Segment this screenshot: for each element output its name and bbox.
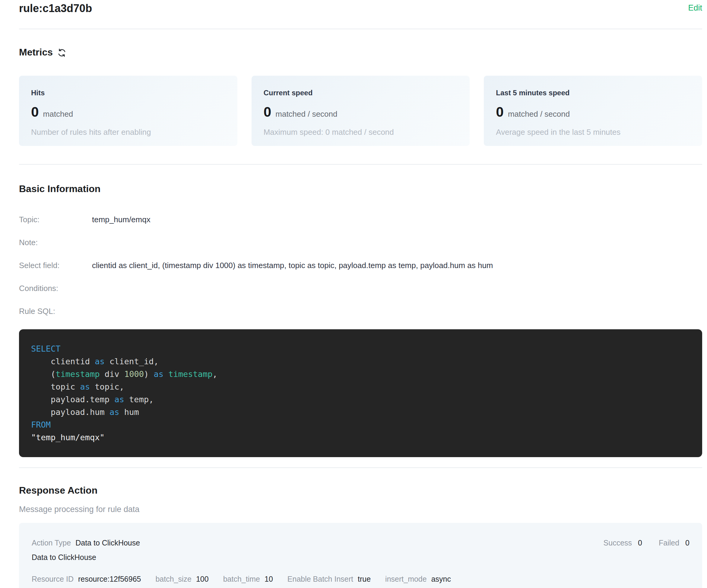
param-label: batch_time xyxy=(223,574,260,584)
response-action-subtitle: Message processing for rule data xyxy=(19,504,702,514)
info-row-select-field: Select field: clientid as client_id, (ti… xyxy=(19,261,702,270)
info-value xyxy=(92,306,702,316)
info-label: Select field: xyxy=(19,261,92,270)
action-type-label: Action Type xyxy=(32,538,71,548)
action-params-row: Resource ID resource:12f56965 batch_size… xyxy=(32,574,689,584)
action-type-value: Data to ClickHouse xyxy=(75,538,140,548)
info-label: Conditions: xyxy=(19,283,92,293)
param-label: SQL Template xyxy=(32,587,79,588)
action-name: Data to ClickHouse xyxy=(32,552,689,562)
info-value xyxy=(92,238,702,247)
sql-line: FROM xyxy=(31,420,51,429)
metric-card-last-5-minutes-speed: Last 5 minutes speed 0 matched / second … xyxy=(484,76,702,146)
metric-unit: matched / second xyxy=(275,106,337,122)
metric-value: 0 xyxy=(31,104,39,120)
success-counter: Success 0 xyxy=(604,538,642,548)
metric-value-row: 0 matched / second xyxy=(264,104,458,122)
param-value: INSERT INTO temp_hum (client_id, timesta… xyxy=(83,587,519,588)
metrics-heading: Metrics xyxy=(19,46,53,58)
response-action-heading: Response Action xyxy=(19,484,702,496)
basic-information-rows: Topic: temp_hum/emqx Note: Select field:… xyxy=(19,215,702,316)
metric-value-row: 0 matched xyxy=(31,104,225,122)
metric-value-row: 0 matched / second xyxy=(496,104,690,122)
param-enable-batch-insert: Enable Batch Insert true xyxy=(288,574,371,584)
metric-card-title: Hits xyxy=(31,88,225,97)
param-label: Resource ID xyxy=(32,574,74,584)
param-label: batch_size xyxy=(155,574,192,584)
param-value: 5000 xyxy=(583,587,600,588)
rule-detail-page: rule:c1a3d70b Edit Metrics Hits 0 matche… xyxy=(0,0,707,588)
action-type-pair: Action Type Data to ClickHouse xyxy=(32,538,140,548)
info-row-topic: Topic: temp_hum/emqx xyxy=(19,215,702,224)
metric-caption: Average speed in the last 5 minutes xyxy=(496,127,690,137)
divider xyxy=(19,29,702,29)
param-value: async xyxy=(431,574,451,584)
info-value xyxy=(92,283,702,293)
metric-value: 0 xyxy=(264,104,271,120)
param-label: Enable Batch Insert xyxy=(288,574,353,584)
sql-line: (timestamp div 1000) as timestamp, xyxy=(31,369,217,379)
param-sql-template: SQL Template INSERT INTO temp_hum (clien… xyxy=(32,587,519,588)
metric-unit: matched xyxy=(43,106,73,122)
failed-label: Failed xyxy=(659,538,679,548)
sql-line: SELECT xyxy=(31,344,61,353)
info-row-conditions: Conditions: xyxy=(19,283,702,293)
sql-line: clientid as client_id, xyxy=(31,357,159,366)
info-value: temp_hum/emqx xyxy=(92,215,702,224)
response-action-card: Action Type Data to ClickHouse Success 0… xyxy=(19,523,702,588)
divider xyxy=(19,164,702,165)
rule-sql-code: SELECT clientid as client_id, (timestamp… xyxy=(19,329,702,457)
metrics-header: Metrics xyxy=(19,46,702,58)
failed-value: 0 xyxy=(685,538,689,548)
edit-link[interactable]: Edit xyxy=(688,2,702,13)
success-value: 0 xyxy=(638,538,642,548)
sql-line: topic as topic, xyxy=(31,382,124,391)
sql-line: payload.temp as temp, xyxy=(31,395,154,404)
action-type-row: Action Type Data to ClickHouse Success 0… xyxy=(32,538,689,548)
failed-counter: Failed 0 xyxy=(659,538,689,548)
info-row-rule-sql: Rule SQL: xyxy=(19,306,702,316)
sql-line: payload.hum as hum xyxy=(31,407,139,417)
page-header: rule:c1a3d70b Edit xyxy=(19,2,702,15)
param-label: insert_mode xyxy=(385,574,427,584)
metric-cards: Hits 0 matched Number of rules hits afte… xyxy=(19,76,702,146)
metric-card-hits: Hits 0 matched Number of rules hits afte… xyxy=(19,76,237,146)
metric-caption: Maximum speed: 0 matched / second xyxy=(264,127,458,137)
refresh-icon[interactable] xyxy=(57,48,67,58)
action-params-row: SQL Template INSERT INTO temp_hum (clien… xyxy=(32,587,689,588)
param-batch-time: batch_time 10 xyxy=(223,574,273,584)
info-label: Rule SQL: xyxy=(19,306,92,316)
param-value: 10 xyxy=(265,574,273,584)
metric-card-title: Last 5 minutes speed xyxy=(496,88,690,97)
metric-card-current-speed: Current speed 0 matched / second Maximum… xyxy=(251,76,470,146)
param-value: resource:12f56965 xyxy=(78,574,141,584)
metric-unit: matched / second xyxy=(508,106,570,122)
info-value: clientid as client_id, (timestamp div 10… xyxy=(92,261,702,270)
param-resource-id: Resource ID resource:12f56965 xyxy=(32,574,141,584)
metric-value: 0 xyxy=(496,104,504,120)
param-label: sync_timeout xyxy=(534,587,578,588)
action-counters: Success 0 Failed 0 xyxy=(604,538,689,548)
info-row-note: Note: xyxy=(19,238,702,247)
basic-information-heading: Basic Information xyxy=(19,183,702,195)
param-insert-mode: insert_mode async xyxy=(385,574,451,584)
metric-caption: Number of rules hits after enabling xyxy=(31,127,225,137)
sql-line: "temp_hum/emqx" xyxy=(31,433,105,442)
divider xyxy=(19,468,702,468)
page-title: rule:c1a3d70b xyxy=(19,2,92,15)
param-batch-size: batch_size 100 xyxy=(155,574,208,584)
success-label: Success xyxy=(604,538,632,548)
param-value: true xyxy=(358,574,371,584)
param-sync-timeout: sync_timeout 5000 xyxy=(534,587,599,588)
param-value: 100 xyxy=(196,574,209,584)
metric-card-title: Current speed xyxy=(264,88,458,97)
info-label: Topic: xyxy=(19,215,92,224)
info-label: Note: xyxy=(19,238,92,247)
